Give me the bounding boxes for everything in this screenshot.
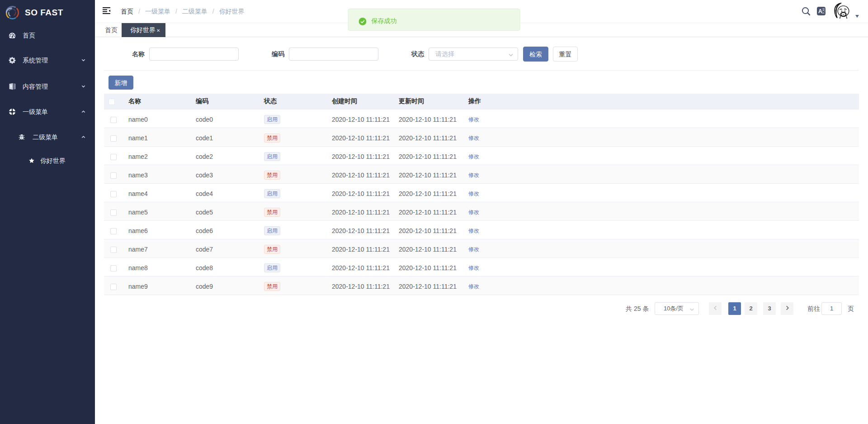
svg-text:文: 文 [822,8,826,12]
